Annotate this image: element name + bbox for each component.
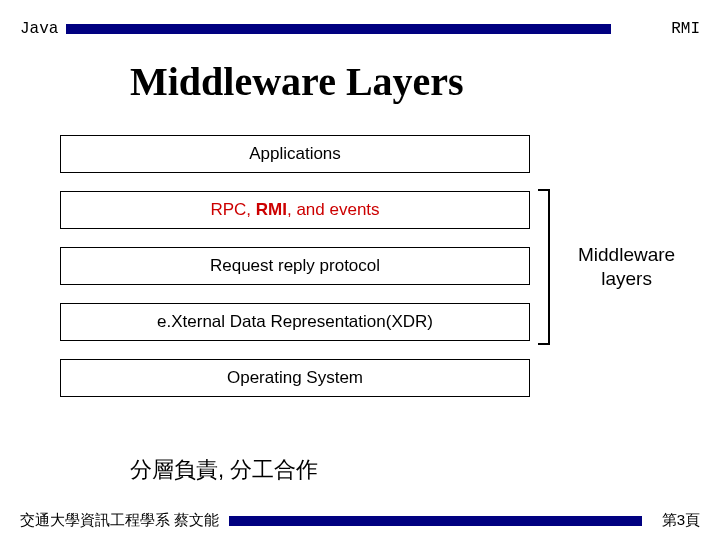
layer-request-reply: Request reply protocol bbox=[60, 247, 530, 285]
slide-footer: 交通大學資訊工程學系 蔡文能 第3頁 bbox=[0, 511, 720, 530]
layer-operating-system: Operating System bbox=[60, 359, 530, 397]
layer-rpc-rmi-events: RPC, RMI, and events bbox=[60, 191, 530, 229]
layer-rpc-label: RPC, RMI, and events bbox=[210, 200, 379, 220]
middleware-diagram: Applications RPC, RMI, and events Reques… bbox=[50, 135, 690, 415]
middleware-bracket-label: Middleware layers bbox=[578, 243, 675, 291]
slide-caption: 分層負責, 分工合作 bbox=[130, 455, 720, 485]
footer-bar bbox=[229, 516, 641, 526]
layer-request-reply-label: Request reply protocol bbox=[210, 256, 380, 276]
footer-author: 交通大學資訊工程學系 蔡文能 bbox=[20, 511, 219, 530]
slide-header: Java RMI bbox=[0, 0, 720, 38]
layer-os-label: Operating System bbox=[227, 368, 363, 388]
page-title: Middleware Layers bbox=[130, 58, 720, 105]
header-right-text: RMI bbox=[671, 20, 700, 38]
layer-xdr-label: e.Xternal Data Representation(XDR) bbox=[157, 312, 433, 332]
header-bar bbox=[66, 24, 611, 34]
layer-applications-label: Applications bbox=[249, 144, 341, 164]
layer-xdr: e.Xternal Data Representation(XDR) bbox=[60, 303, 530, 341]
middleware-bracket bbox=[538, 189, 550, 345]
header-left-text: Java bbox=[20, 20, 58, 38]
layer-applications: Applications bbox=[60, 135, 530, 173]
footer-page-number: 第3頁 bbox=[662, 511, 700, 530]
